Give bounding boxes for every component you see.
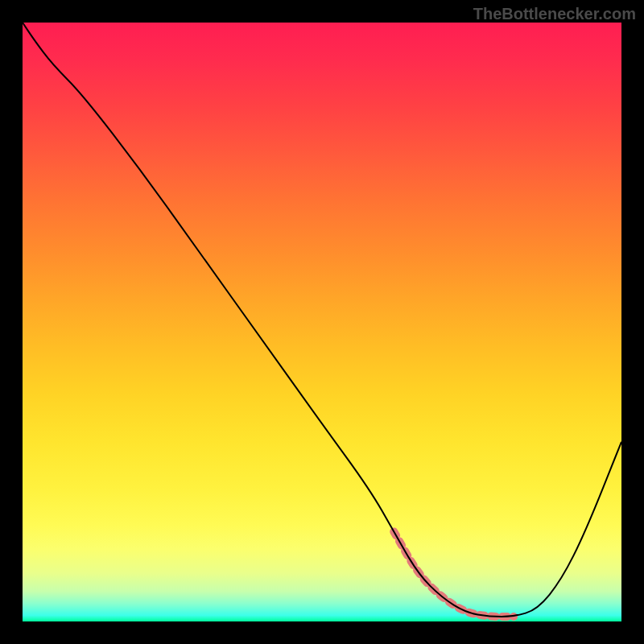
gradient-background [23, 23, 621, 621]
plot-area [23, 23, 621, 621]
watermark-text: TheBottlenecker.com [473, 5, 636, 23]
